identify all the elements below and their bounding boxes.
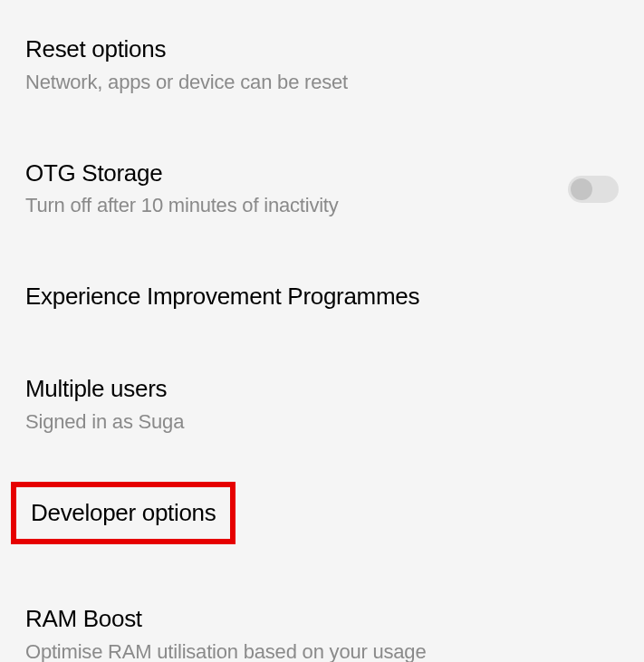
ram-boost-title: RAM Boost: [25, 604, 619, 635]
settings-item-content: Experience Improvement Programmes: [25, 282, 619, 312]
settings-item-content: OTG Storage Turn off after 10 minutes of…: [25, 158, 568, 221]
settings-item-content: RAM Boost Optimise RAM utilisation based…: [25, 604, 619, 662]
settings-item-multiple-users[interactable]: Multiple users Signed in as Suga: [0, 358, 644, 453]
experience-improvement-title: Experience Improvement Programmes: [25, 282, 619, 312]
settings-item-content: Reset options Network, apps or device ca…: [25, 34, 619, 97]
otg-storage-title: OTG Storage: [25, 158, 568, 189]
toggle-knob-icon: [571, 178, 592, 200]
settings-item-content: Multiple users Signed in as Suga: [25, 374, 619, 437]
settings-list: Reset options Network, apps or device ca…: [0, 0, 644, 662]
settings-item-experience-improvement[interactable]: Experience Improvement Programmes: [0, 265, 644, 329]
multiple-users-subtitle: Signed in as Suga: [25, 408, 619, 437]
otg-storage-toggle[interactable]: [568, 176, 619, 203]
multiple-users-title: Multiple users: [25, 374, 619, 405]
reset-options-subtitle: Network, apps or device can be reset: [25, 69, 619, 97]
settings-item-reset-options[interactable]: Reset options Network, apps or device ca…: [0, 18, 644, 113]
otg-storage-subtitle: Turn off after 10 minutes of inactivity: [25, 192, 568, 220]
ram-boost-subtitle: Optimise RAM utilisation based on your u…: [25, 638, 619, 662]
reset-options-title: Reset options: [25, 34, 619, 65]
settings-item-otg-storage[interactable]: OTG Storage Turn off after 10 minutes of…: [0, 142, 644, 237]
developer-options-title: Developer options: [31, 498, 216, 529]
settings-item-developer-options[interactable]: Developer options: [11, 482, 235, 545]
settings-item-ram-boost[interactable]: RAM Boost Optimise RAM utilisation based…: [0, 588, 644, 662]
